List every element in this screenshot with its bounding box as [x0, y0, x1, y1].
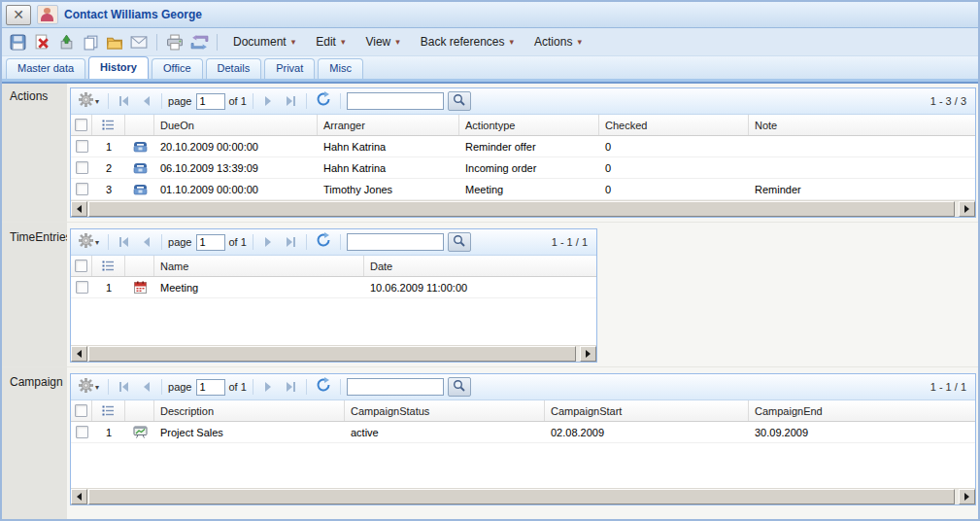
last-page-button[interactable] [281, 91, 300, 111]
tab-privat[interactable]: Privat [264, 58, 315, 79]
page-of-label: of 1 [229, 95, 247, 107]
select-all-checkbox[interactable] [71, 256, 92, 276]
scroll-left-button[interactable] [71, 346, 87, 362]
transfer-icon[interactable] [189, 32, 209, 52]
refresh-button[interactable] [313, 377, 334, 397]
menu-edit[interactable]: Edit ▾ [308, 32, 353, 52]
scroll-left-button[interactable] [71, 489, 87, 504]
scroll-right-button[interactable] [580, 346, 596, 362]
print-icon[interactable] [165, 32, 185, 52]
menu-back-references[interactable]: Back references ▾ [413, 32, 522, 52]
horizontal-scrollbar[interactable] [71, 488, 975, 504]
row-number-column-icon[interactable] [92, 115, 125, 135]
presentation-icon [125, 422, 154, 442]
search-button[interactable] [448, 91, 471, 111]
first-page-button[interactable] [115, 377, 134, 397]
scrollbar-thumb[interactable] [88, 201, 955, 217]
actions-header-row: DueOn Arranger Actiontype Checked Note [71, 115, 975, 136]
column-campaignstatus[interactable]: CampaignStatus [345, 400, 545, 421]
first-page-button[interactable] [115, 91, 134, 111]
next-page-button[interactable] [259, 232, 277, 252]
table-row[interactable]: 2 06.10.2009 13:39:09 Hahn Katrina Incom… [71, 157, 975, 179]
history-content: Actions ▾ [2, 82, 978, 519]
type-icon-column[interactable] [125, 400, 154, 421]
horizontal-scrollbar[interactable] [71, 200, 975, 217]
row-checkbox[interactable] [71, 277, 92, 297]
menu-document[interactable]: Document ▾ [225, 32, 303, 52]
row-checkbox[interactable] [71, 136, 92, 156]
column-actiontype[interactable]: Actiontype [459, 115, 599, 135]
row-checkbox[interactable] [71, 157, 92, 178]
column-date[interactable]: Date [364, 256, 596, 276]
search-input[interactable] [347, 92, 444, 110]
column-checked[interactable]: Checked [599, 115, 749, 135]
settings-menu-button[interactable]: ▾ [76, 91, 102, 111]
tab-history[interactable]: History [88, 56, 149, 79]
page-number-input[interactable] [196, 93, 225, 110]
page-number-input[interactable] [196, 379, 225, 396]
search-button[interactable] [448, 232, 471, 252]
row-checkbox[interactable] [71, 179, 92, 199]
search-button[interactable] [448, 377, 471, 397]
scroll-right-button[interactable] [959, 489, 975, 504]
type-icon-column[interactable] [125, 115, 154, 135]
settings-menu-button[interactable]: ▾ [76, 232, 102, 252]
last-page-button[interactable] [281, 377, 300, 397]
column-dueon[interactable]: DueOn [154, 115, 318, 135]
table-row[interactable]: 3 01.10.2009 00:00:00 Timothy Jones Meet… [71, 179, 975, 200]
select-all-checkbox[interactable] [71, 400, 92, 421]
mail-icon[interactable] [129, 32, 149, 52]
scrollbar-thumb[interactable] [88, 346, 576, 362]
column-campaignstart[interactable]: CampaignStart [545, 400, 749, 421]
horizontal-scrollbar[interactable] [71, 345, 596, 362]
tab-office[interactable]: Office [152, 58, 203, 79]
table-row[interactable]: 1 Meeting 10.06.2009 11:00:00 [71, 277, 596, 298]
page-number-input[interactable] [196, 234, 225, 251]
menu-actions[interactable]: Actions ▾ [526, 32, 590, 52]
tab-misc[interactable]: Misc [318, 58, 363, 79]
first-page-button[interactable] [115, 232, 134, 252]
column-campaignend[interactable]: CampaignEnd [749, 400, 975, 421]
scroll-right-button[interactable] [959, 201, 975, 217]
copy-icon[interactable] [81, 32, 100, 52]
column-arranger[interactable]: Arranger [318, 115, 459, 135]
column-name[interactable]: Name [154, 256, 364, 276]
last-page-button[interactable] [281, 232, 300, 252]
close-button[interactable]: ✕ [6, 5, 31, 25]
next-page-button[interactable] [259, 377, 277, 397]
menu-view[interactable]: View ▾ [357, 32, 407, 52]
row-number: 1 [92, 277, 125, 297]
row-number-column-icon[interactable] [92, 400, 125, 421]
scrollbar-thumb[interactable] [88, 489, 955, 504]
save-icon[interactable] [8, 32, 27, 52]
folder-icon[interactable] [105, 32, 124, 52]
toolbar-separator [217, 34, 218, 51]
scroll-left-button[interactable] [71, 201, 87, 217]
next-page-button[interactable] [259, 91, 277, 111]
settings-menu-button[interactable]: ▾ [76, 377, 102, 397]
type-icon-column[interactable] [125, 256, 154, 276]
delete-icon[interactable] [32, 32, 51, 52]
refresh-button[interactable] [313, 232, 334, 252]
row-checkbox[interactable] [71, 422, 92, 442]
row-number-column-icon[interactable] [92, 256, 125, 276]
chevron-down-icon: ▾ [341, 38, 346, 47]
search-input[interactable] [347, 233, 444, 251]
table-row[interactable]: 1 20.10.2009 00:00:00 Hahn Katrina Remin… [71, 136, 975, 157]
search-input[interactable] [347, 378, 444, 396]
table-row[interactable]: 1 Project Sales active 02.08.2009 30.09.… [71, 422, 975, 443]
prev-page-button[interactable] [138, 91, 155, 111]
tab-master-data[interactable]: Master data [6, 58, 85, 79]
phone-icon [125, 136, 154, 156]
select-all-checkbox[interactable] [71, 115, 92, 135]
column-description[interactable]: Description [154, 400, 345, 421]
tab-details[interactable]: Details [206, 58, 262, 79]
prev-page-button[interactable] [138, 377, 155, 397]
column-note[interactable]: Note [749, 115, 975, 135]
import-icon[interactable] [56, 32, 76, 52]
close-icon: ✕ [13, 8, 24, 21]
calendar-icon [125, 277, 154, 297]
refresh-button[interactable] [313, 91, 334, 111]
chevron-down-icon: ▾ [577, 38, 582, 47]
prev-page-button[interactable] [138, 232, 155, 252]
